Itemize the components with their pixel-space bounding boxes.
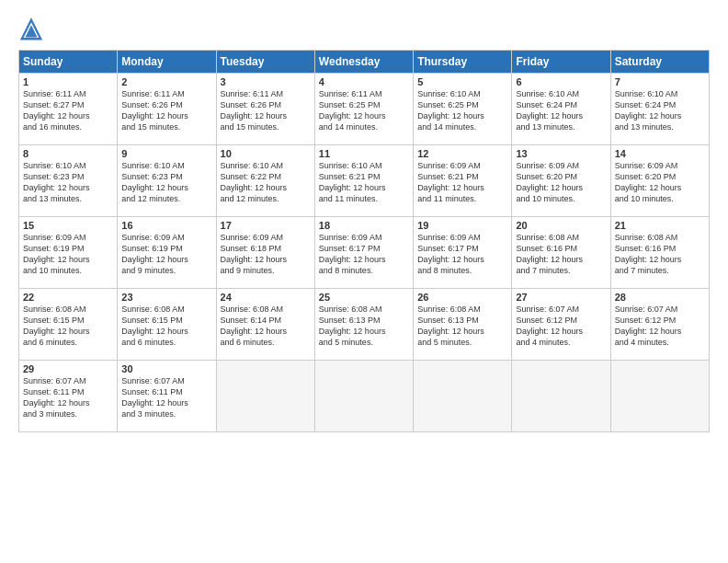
day-cell: 3 Sunrise: 6:11 AM Sunset: 6:26 PM Dayli… bbox=[216, 74, 314, 145]
daylight-minutes: and 12 minutes. bbox=[121, 194, 180, 203]
header-cell-friday: Friday bbox=[512, 51, 610, 74]
sunset-label: Sunset: 6:15 PM bbox=[121, 316, 183, 325]
daylight-label: Daylight: 12 hours bbox=[23, 398, 90, 408]
sunrise-label: Sunrise: 6:09 AM bbox=[23, 233, 86, 242]
day-info: Sunrise: 6:07 AM Sunset: 6:11 PM Dayligh… bbox=[121, 375, 211, 420]
daylight-label: Daylight: 12 hours bbox=[23, 183, 90, 192]
sunset-label: Sunset: 6:19 PM bbox=[121, 244, 183, 253]
day-info: Sunrise: 6:10 AM Sunset: 6:22 PM Dayligh… bbox=[221, 160, 311, 205]
day-number: 24 bbox=[221, 292, 311, 303]
day-number: 26 bbox=[417, 292, 507, 303]
day-number: 30 bbox=[121, 363, 211, 374]
logo bbox=[18, 17, 48, 42]
daylight-label: Daylight: 12 hours bbox=[121, 398, 188, 408]
daylight-minutes: and 13 minutes. bbox=[516, 122, 574, 132]
daylight-minutes: and 6 minutes. bbox=[221, 338, 275, 347]
day-info: Sunrise: 6:10 AM Sunset: 6:21 PM Dayligh… bbox=[319, 160, 409, 205]
day-number: 7 bbox=[615, 76, 705, 87]
daylight-minutes: and 10 minutes. bbox=[516, 194, 574, 203]
sunrise-label: Sunrise: 6:08 AM bbox=[319, 304, 382, 314]
day-info: Sunrise: 6:09 AM Sunset: 6:20 PM Dayligh… bbox=[516, 160, 606, 205]
day-cell: 6 Sunrise: 6:10 AM Sunset: 6:24 PM Dayli… bbox=[512, 74, 610, 145]
day-info: Sunrise: 6:09 AM Sunset: 6:18 PM Dayligh… bbox=[221, 232, 311, 277]
daylight-minutes: and 15 minutes. bbox=[221, 122, 279, 132]
daylight-label: Daylight: 12 hours bbox=[417, 327, 484, 336]
daylight-minutes: and 12 minutes. bbox=[221, 194, 279, 203]
sunrise-label: Sunrise: 6:11 AM bbox=[319, 89, 382, 98]
sunset-label: Sunset: 6:23 PM bbox=[23, 172, 85, 181]
day-cell: 9 Sunrise: 6:10 AM Sunset: 6:23 PM Dayli… bbox=[118, 145, 216, 217]
sunset-label: Sunset: 6:25 PM bbox=[417, 100, 479, 109]
day-number: 12 bbox=[417, 148, 507, 159]
day-number: 1 bbox=[23, 76, 113, 87]
sunset-label: Sunset: 6:17 PM bbox=[319, 244, 381, 253]
sunset-label: Sunset: 6:15 PM bbox=[23, 316, 85, 325]
sunrise-label: Sunrise: 6:08 AM bbox=[221, 304, 284, 314]
day-number: 8 bbox=[23, 148, 113, 159]
sunset-label: Sunset: 6:21 PM bbox=[417, 172, 479, 181]
day-info: Sunrise: 6:11 AM Sunset: 6:27 PM Dayligh… bbox=[23, 88, 113, 133]
day-cell: 14 Sunrise: 6:09 AM Sunset: 6:20 PM Dayl… bbox=[610, 145, 709, 217]
daylight-minutes: and 14 minutes. bbox=[417, 122, 476, 132]
day-number: 27 bbox=[516, 292, 606, 303]
sunrise-label: Sunrise: 6:07 AM bbox=[121, 376, 185, 385]
day-cell: 24 Sunrise: 6:08 AM Sunset: 6:14 PM Dayl… bbox=[216, 289, 314, 361]
daylight-minutes: and 5 minutes. bbox=[417, 338, 472, 347]
sunset-label: Sunset: 6:26 PM bbox=[121, 100, 183, 109]
logo-icon bbox=[18, 17, 44, 42]
sunrise-label: Sunrise: 6:11 AM bbox=[121, 89, 185, 98]
sunset-label: Sunset: 6:27 PM bbox=[23, 100, 85, 109]
day-number: 16 bbox=[121, 220, 211, 231]
sunrise-label: Sunrise: 6:09 AM bbox=[417, 233, 481, 242]
header-row: SundayMondayTuesdayWednesdayThursdayFrid… bbox=[19, 51, 710, 74]
daylight-label: Daylight: 12 hours bbox=[615, 255, 682, 264]
sunset-label: Sunset: 6:26 PM bbox=[221, 100, 282, 109]
daylight-label: Daylight: 12 hours bbox=[516, 183, 583, 192]
day-cell: 29 Sunrise: 6:07 AM Sunset: 6:11 PM Dayl… bbox=[19, 361, 118, 432]
daylight-minutes: and 15 minutes. bbox=[121, 122, 180, 132]
daylight-minutes: and 6 minutes. bbox=[23, 338, 77, 347]
week-row-3: 15 Sunrise: 6:09 AM Sunset: 6:19 PM Dayl… bbox=[19, 217, 710, 289]
day-cell: 30 Sunrise: 6:07 AM Sunset: 6:11 PM Dayl… bbox=[118, 361, 216, 432]
daylight-label: Daylight: 12 hours bbox=[516, 111, 583, 121]
sunrise-label: Sunrise: 6:07 AM bbox=[615, 304, 678, 314]
daylight-label: Daylight: 12 hours bbox=[221, 183, 288, 192]
sunrise-label: Sunrise: 6:09 AM bbox=[121, 233, 185, 242]
calendar-body: 1 Sunrise: 6:11 AM Sunset: 6:27 PM Dayli… bbox=[19, 74, 710, 432]
calendar-table: SundayMondayTuesdayWednesdayThursdayFrid… bbox=[18, 50, 710, 432]
daylight-minutes: and 8 minutes. bbox=[417, 266, 472, 275]
sunset-label: Sunset: 6:20 PM bbox=[516, 172, 577, 181]
day-cell: 19 Sunrise: 6:09 AM Sunset: 6:17 PM Dayl… bbox=[414, 217, 512, 289]
day-info: Sunrise: 6:07 AM Sunset: 6:11 PM Dayligh… bbox=[23, 375, 113, 420]
week-row-4: 22 Sunrise: 6:08 AM Sunset: 6:15 PM Dayl… bbox=[19, 289, 710, 361]
day-cell: 1 Sunrise: 6:11 AM Sunset: 6:27 PM Dayli… bbox=[19, 74, 118, 145]
sunset-label: Sunset: 6:25 PM bbox=[319, 100, 381, 109]
sunrise-label: Sunrise: 6:10 AM bbox=[516, 89, 579, 98]
sunrise-label: Sunrise: 6:08 AM bbox=[121, 304, 185, 314]
day-number: 28 bbox=[615, 292, 705, 303]
calendar-header: SundayMondayTuesdayWednesdayThursdayFrid… bbox=[19, 51, 710, 74]
day-info: Sunrise: 6:11 AM Sunset: 6:25 PM Dayligh… bbox=[319, 88, 409, 133]
daylight-label: Daylight: 12 hours bbox=[319, 183, 386, 192]
day-cell: 21 Sunrise: 6:08 AM Sunset: 6:16 PM Dayl… bbox=[610, 217, 709, 289]
day-info: Sunrise: 6:09 AM Sunset: 6:17 PM Dayligh… bbox=[417, 232, 507, 277]
daylight-label: Daylight: 12 hours bbox=[319, 111, 386, 121]
day-info: Sunrise: 6:08 AM Sunset: 6:16 PM Dayligh… bbox=[615, 232, 705, 277]
daylight-minutes: and 9 minutes. bbox=[121, 266, 176, 275]
day-cell bbox=[314, 361, 413, 432]
daylight-minutes: and 11 minutes. bbox=[417, 194, 476, 203]
day-cell: 8 Sunrise: 6:10 AM Sunset: 6:23 PM Dayli… bbox=[19, 145, 118, 217]
daylight-label: Daylight: 12 hours bbox=[121, 183, 188, 192]
week-row-1: 1 Sunrise: 6:11 AM Sunset: 6:27 PM Dayli… bbox=[19, 74, 710, 145]
header-cell-sunday: Sunday bbox=[19, 51, 118, 74]
sunrise-label: Sunrise: 6:10 AM bbox=[23, 161, 86, 170]
day-cell: 11 Sunrise: 6:10 AM Sunset: 6:21 PM Dayl… bbox=[314, 145, 413, 217]
daylight-minutes: and 14 minutes. bbox=[319, 122, 378, 132]
sunrise-label: Sunrise: 6:09 AM bbox=[417, 161, 481, 170]
day-number: 5 bbox=[417, 76, 507, 87]
daylight-minutes: and 3 minutes. bbox=[121, 409, 176, 419]
daylight-label: Daylight: 12 hours bbox=[417, 111, 484, 121]
sunrise-label: Sunrise: 6:08 AM bbox=[417, 304, 481, 314]
sunset-label: Sunset: 6:23 PM bbox=[121, 172, 183, 181]
day-info: Sunrise: 6:09 AM Sunset: 6:17 PM Dayligh… bbox=[319, 232, 409, 277]
